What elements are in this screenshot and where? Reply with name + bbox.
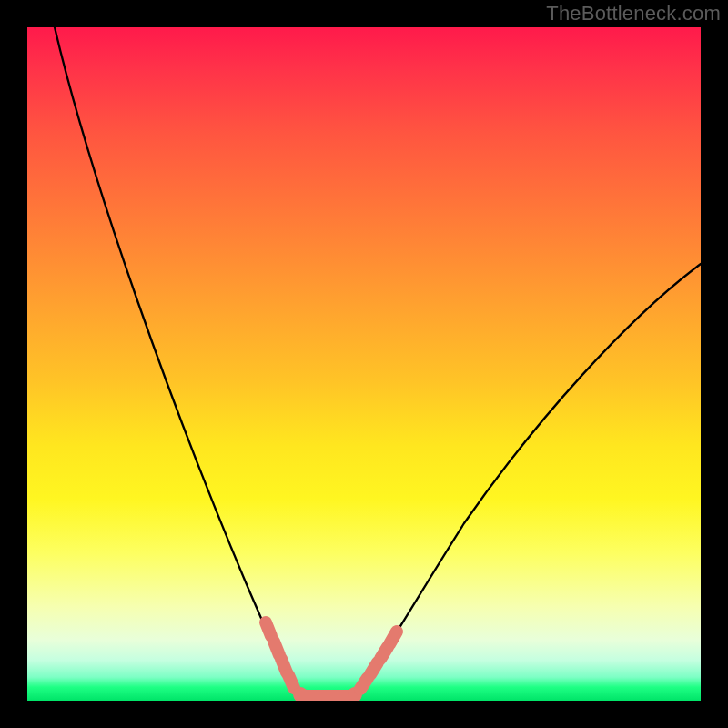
- marker-group: [266, 622, 397, 701]
- plot-area: [27, 27, 701, 701]
- marker-dot: [360, 678, 368, 689]
- marker-dot: [288, 675, 294, 688]
- marker-dot: [389, 632, 397, 644]
- watermark-text: TheBottleneck.com: [546, 2, 721, 25]
- marker-dot: [266, 622, 271, 636]
- curve-layer: [27, 27, 701, 701]
- marker-dot: [370, 662, 378, 674]
- curve-left: [55, 27, 300, 696]
- chart-frame: TheBottleneck.com: [0, 0, 728, 728]
- curve-right: [355, 264, 701, 696]
